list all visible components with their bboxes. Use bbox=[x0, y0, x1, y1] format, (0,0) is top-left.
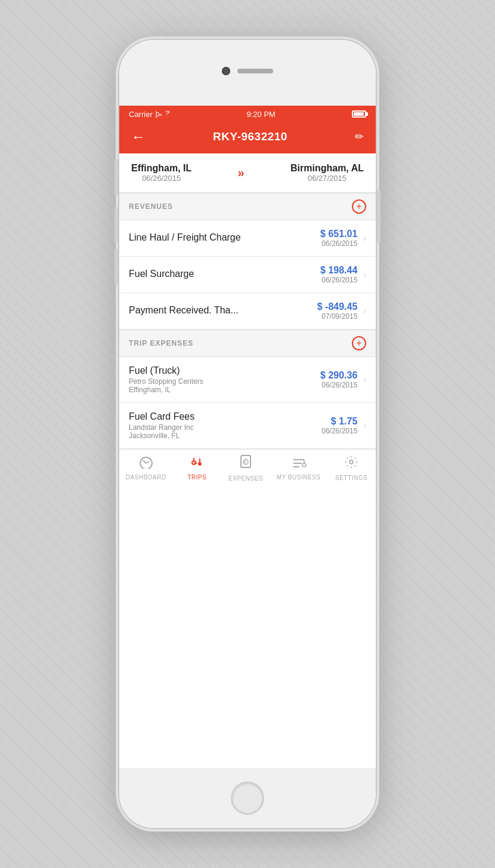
edit-button[interactable]: ✏ bbox=[355, 130, 364, 143]
chevron-icon: › bbox=[363, 233, 366, 243]
expenses-icon: $ bbox=[239, 454, 252, 473]
trip-expenses-title: TRIP EXPENSES bbox=[129, 339, 193, 347]
status-bar: Carrier þₙ 𝄢 9:20 PM bbox=[119, 106, 376, 122]
item-left: Fuel (Truck) Petro Stopping Centers Effi… bbox=[129, 365, 320, 394]
item-subtitle2: Effingham, IL bbox=[129, 386, 320, 394]
chevron-icon: › bbox=[363, 270, 366, 279]
item-right: $ -849.45 07/09/2015 › bbox=[317, 301, 366, 321]
item-date: 07/09/2015 bbox=[317, 312, 358, 321]
item-amount-col: $ 290.36 06/26/2015 bbox=[320, 370, 357, 389]
phone-top-bezel bbox=[119, 40, 376, 106]
item-amount-col: $ 198.44 06/26/2015 bbox=[320, 265, 357, 284]
item-amount: $ 290.36 bbox=[320, 370, 357, 381]
item-left: Fuel Surcharge bbox=[129, 269, 320, 281]
list-item[interactable]: Line Haul / Freight Charge $ 651.01 06/2… bbox=[119, 220, 376, 257]
svg-point-15 bbox=[302, 463, 306, 467]
item-title: Fuel Card Fees bbox=[129, 411, 321, 422]
tab-expenses[interactable]: $ EXPENSES bbox=[228, 454, 264, 482]
my-business-icon bbox=[291, 455, 307, 472]
item-title: Payment Received. Tha... bbox=[129, 305, 317, 316]
trip-expenses-section-header: TRIP EXPENSES + bbox=[119, 330, 376, 357]
item-right: $ 651.01 06/26/2015 › bbox=[320, 229, 366, 248]
item-title: Line Haul / Freight Charge bbox=[129, 232, 320, 243]
svg-text:$: $ bbox=[244, 460, 246, 464]
item-left: Fuel Card Fees Landstar Ranger Inc Jacks… bbox=[129, 411, 321, 440]
svg-line-2 bbox=[146, 461, 149, 463]
item-amount-col: $ 651.01 06/26/2015 bbox=[320, 229, 357, 248]
speaker bbox=[237, 69, 273, 73]
list-item[interactable]: Fuel (Truck) Petro Stopping Centers Effi… bbox=[119, 357, 376, 403]
list-item[interactable]: Fuel Surcharge $ 198.44 06/26/2015 › bbox=[119, 257, 376, 293]
tab-dashboard-label: DASHBOARD bbox=[126, 474, 166, 481]
dashboard-icon bbox=[138, 455, 154, 472]
tab-my-business[interactable]: MY BUSINESS bbox=[277, 455, 321, 481]
item-amount-col: $ 1.75 06/26/2015 bbox=[321, 416, 357, 435]
item-amount: $ 198.44 bbox=[320, 265, 357, 276]
item-right: $ 1.75 06/26/2015 › bbox=[321, 416, 366, 435]
item-subtitle2: Jacksonville, FL bbox=[129, 432, 321, 440]
item-amount-col: $ -849.45 07/09/2015 bbox=[317, 301, 358, 321]
route-arrow-icon: » bbox=[238, 166, 245, 180]
chevron-icon: › bbox=[363, 375, 366, 384]
route-section: Effingham, IL 06/26/2015 » Birmingham, A… bbox=[119, 153, 376, 193]
tab-my-business-label: MY BUSINESS bbox=[277, 474, 321, 481]
add-expense-button[interactable]: + bbox=[352, 336, 366, 350]
item-date: 06/26/2015 bbox=[321, 427, 357, 435]
status-left: Carrier þₙ 𝄢 bbox=[129, 109, 170, 119]
trips-icon bbox=[189, 455, 205, 472]
svg-line-1 bbox=[143, 460, 146, 463]
nav-bar: ← RKY-9632210 ✏ bbox=[119, 122, 376, 153]
item-date: 06/26/2015 bbox=[320, 276, 357, 284]
tab-settings[interactable]: SETTINGS bbox=[333, 455, 369, 481]
destination-city: Birmingham, AL bbox=[290, 163, 364, 174]
chevron-icon: › bbox=[363, 421, 366, 430]
tab-dashboard[interactable]: DASHBOARD bbox=[126, 455, 166, 481]
item-amount: $ 651.01 bbox=[320, 229, 357, 239]
item-subtitle1: Petro Stopping Centers bbox=[129, 377, 320, 386]
tab-trips-label: TRIPS bbox=[187, 474, 206, 481]
wifi-symbol: 𝄢 bbox=[165, 109, 170, 119]
destination-location: Birmingham, AL 06/27/2015 bbox=[290, 163, 364, 183]
wifi-icon: þₙ bbox=[156, 110, 163, 118]
battery-icon bbox=[352, 110, 366, 118]
item-right: $ 290.36 06/26/2015 › bbox=[320, 370, 366, 389]
front-camera bbox=[222, 67, 230, 75]
item-title: Fuel Surcharge bbox=[129, 269, 320, 279]
status-right bbox=[352, 110, 366, 118]
origin-city: Effingham, IL bbox=[131, 163, 191, 174]
tab-trips[interactable]: TRIPS bbox=[179, 455, 215, 481]
item-amount: $ -849.45 bbox=[317, 301, 358, 312]
item-date: 06/26/2015 bbox=[320, 239, 357, 248]
origin-location: Effingham, IL 06/26/2015 bbox=[131, 163, 191, 183]
item-subtitle1: Landstar Ranger Inc bbox=[129, 423, 321, 432]
list-item[interactable]: Fuel Card Fees Landstar Ranger Inc Jacks… bbox=[119, 403, 376, 449]
item-right: $ 198.44 06/26/2015 › bbox=[320, 265, 366, 284]
chevron-icon: › bbox=[363, 306, 366, 316]
tab-bar: DASHBOARD TRIPS bbox=[119, 449, 376, 485]
back-button[interactable]: ← bbox=[131, 128, 146, 145]
svg-point-17 bbox=[349, 460, 353, 464]
revenues-title: REVENUES bbox=[129, 202, 173, 211]
screen: Carrier þₙ 𝄢 9:20 PM ← RKY-9632210 ✏ bbox=[119, 106, 376, 768]
time-label: 9:20 PM bbox=[247, 110, 276, 119]
tab-settings-label: SETTINGS bbox=[335, 475, 367, 481]
add-revenue-button[interactable]: + bbox=[352, 199, 366, 214]
settings-icon bbox=[344, 455, 358, 473]
phone-frame: Carrier þₙ 𝄢 9:20 PM ← RKY-9632210 ✏ bbox=[119, 40, 376, 828]
item-left: Line Haul / Freight Charge bbox=[129, 232, 320, 244]
nav-title: RKY-9632210 bbox=[213, 130, 287, 143]
destination-date: 06/27/2015 bbox=[290, 174, 364, 183]
home-button[interactable] bbox=[231, 781, 264, 815]
item-title: Fuel (Truck) bbox=[129, 365, 320, 376]
tab-expenses-label: EXPENSES bbox=[228, 475, 263, 482]
revenues-section-header: REVENUES + bbox=[119, 193, 376, 220]
phone-bottom-bezel bbox=[119, 768, 376, 828]
origin-date: 06/26/2015 bbox=[131, 174, 191, 183]
list-item[interactable]: Payment Received. Tha... $ -849.45 07/09… bbox=[119, 293, 376, 330]
item-left: Payment Received. Tha... bbox=[129, 305, 317, 317]
item-date: 06/26/2015 bbox=[320, 381, 357, 389]
carrier-label: Carrier bbox=[129, 110, 153, 119]
item-amount: $ 1.75 bbox=[321, 416, 357, 427]
